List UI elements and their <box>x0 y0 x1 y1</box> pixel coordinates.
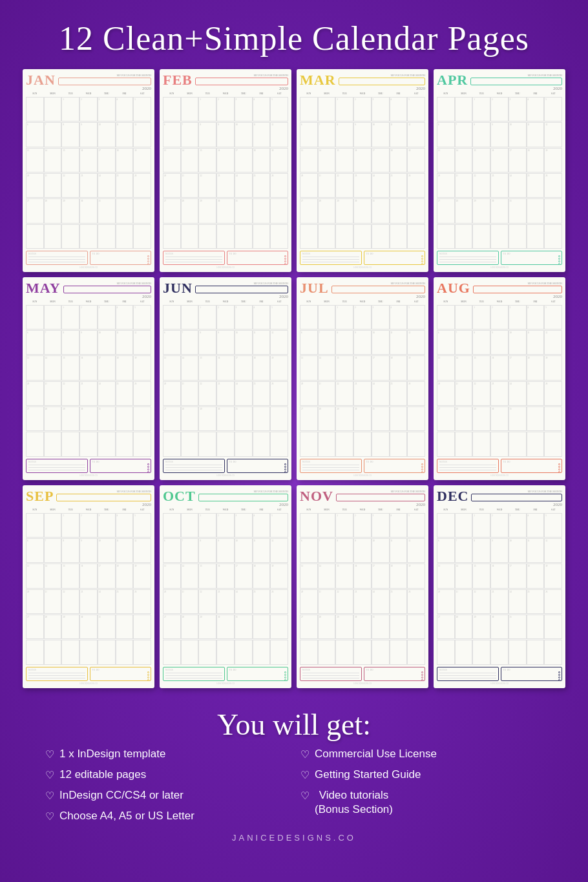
feature-text: Getting Started Guide <box>315 768 421 782</box>
calendar-card-nov: NOVMY FOCUS FOR THE MONTH2020SUNMONTUEWE… <box>297 485 428 688</box>
calendar-card-apr: APRMY FOCUS FOR THE MONTH2020SUNMONTUEWE… <box>434 69 565 272</box>
feature-right-0: ♡Commercial Use License <box>300 747 543 761</box>
calendar-card-may: MAYMY FOCUS FOR THE MONTH2020SUNMONTUEWE… <box>23 277 154 480</box>
features-right-column: ♡Commercial Use License♡Getting Started … <box>300 747 543 823</box>
feature-text: Commercial Use License <box>315 747 437 761</box>
features-left-column: ♡1 x InDesign template♡12 editable pages… <box>45 747 288 823</box>
calendar-card-jul: JULMY FOCUS FOR THE MONTH2020SUNMONTUEWE… <box>297 277 428 480</box>
title-section: 12 Clean+Simple Calendar Pages <box>13 19 575 58</box>
month-label-apr: APR <box>437 73 468 87</box>
calendar-card-dec: DECMY FOCUS FOR THE MONTH2020SUNMONTUEWE… <box>434 485 565 688</box>
feature-text: 1 x InDesign template <box>59 747 165 761</box>
calendar-grid: JANMY FOCUS FOR THE MONTH2020SUNMONTUEWE… <box>13 69 575 688</box>
heart-icon: ♡ <box>45 790 54 802</box>
feature-left-0: ♡1 x InDesign template <box>45 747 288 761</box>
heart-icon: ♡ <box>45 769 54 781</box>
calendar-card-oct: OCTMY FOCUS FOR THE MONTH2020SUNMONTUEWE… <box>160 485 291 688</box>
month-label-feb: FEB <box>163 73 193 87</box>
footer: JANICEDESIGNS.CO <box>13 833 575 849</box>
heart-icon: ♡ <box>45 810 54 823</box>
heart-icon: ♡ <box>300 790 310 802</box>
calendar-card-sep: SEPMY FOCUS FOR THE MONTH2020SUNMONTUEWE… <box>23 485 154 688</box>
month-label-jun: JUN <box>163 281 193 295</box>
feature-text: Choose A4, A5 or US Letter <box>59 809 194 823</box>
feature-left-1: ♡12 editable pages <box>45 768 288 782</box>
feature-right-2: ♡Video tutorials (Bonus Section) <box>300 788 543 817</box>
month-label-jan: JAN <box>26 73 56 87</box>
month-label-mar: MAR <box>300 73 336 87</box>
you-will-get-section: You will get: ♡1 x InDesign template♡12 … <box>13 708 575 823</box>
features-grid: ♡1 x InDesign template♡12 editable pages… <box>13 747 575 823</box>
heart-icon: ♡ <box>300 769 310 781</box>
month-label-nov: NOV <box>300 489 333 503</box>
month-label-dec: DEC <box>437 489 468 503</box>
month-label-may: MAY <box>26 281 61 295</box>
month-label-sep: SEP <box>26 489 54 503</box>
month-label-oct: OCT <box>163 489 196 503</box>
calendar-card-feb: FEBMY FOCUS FOR THE MONTH2020SUNMONTUEWE… <box>160 69 291 272</box>
feature-text: InDesign CC/CS4 or later <box>59 788 184 803</box>
you-will-get-title: You will get: <box>13 708 575 742</box>
calendar-card-jun: JUNMY FOCUS FOR THE MONTH2020SUNMONTUEWE… <box>160 277 291 480</box>
feature-left-2: ♡InDesign CC/CS4 or later <box>45 788 288 803</box>
heart-icon: ♡ <box>45 748 54 761</box>
calendar-card-jan: JANMY FOCUS FOR THE MONTH2020SUNMONTUEWE… <box>23 69 154 272</box>
feature-text: Video tutorials (Bonus Section) <box>315 788 393 817</box>
calendar-card-aug: AUGMY FOCUS FOR THE MONTH2020SUNMONTUEWE… <box>434 277 565 480</box>
feature-right-1: ♡Getting Started Guide <box>300 768 543 782</box>
page-background: 12 Clean+Simple Calendar Pages JANMY FOC… <box>0 0 588 882</box>
month-label-jul: JUL <box>300 281 329 295</box>
main-title: 12 Clean+Simple Calendar Pages <box>13 19 575 58</box>
feature-left-3: ♡Choose A4, A5 or US Letter <box>45 809 288 823</box>
calendar-card-mar: MARMY FOCUS FOR THE MONTH2020SUNMONTUEWE… <box>297 69 428 272</box>
heart-icon: ♡ <box>300 748 310 761</box>
feature-text: 12 editable pages <box>59 768 146 782</box>
footer-text: JANICEDESIGNS.CO <box>13 833 575 843</box>
month-label-aug: AUG <box>437 281 470 295</box>
